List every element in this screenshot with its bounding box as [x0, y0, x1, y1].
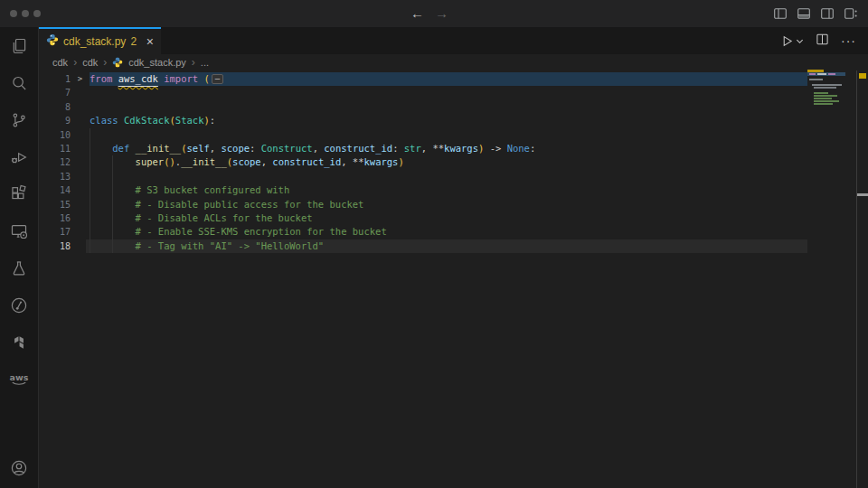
breadcrumb-separator: › [73, 56, 77, 69]
extensions-icon[interactable] [0, 175, 38, 212]
code-line-7[interactable]: 7 [39, 86, 807, 99]
line-number: 14 [39, 183, 71, 197]
line-number: 1 [39, 72, 71, 86]
line-number: 12 [39, 155, 71, 169]
search-icon[interactable] [0, 64, 38, 101]
code-line-14[interactable]: 14 # S3 bucket configured with [39, 183, 807, 197]
overview-ruler[interactable] [856, 70, 868, 488]
code-text: # S3 bucket configured with [90, 183, 289, 197]
breadcrumb-separator: › [103, 56, 107, 69]
code-text: # - Disable public access for the bucket [90, 198, 363, 211]
code-text: # - Tag with "AI" -> "HelloWorld" [90, 239, 324, 253]
code-line-15[interactable]: 15 # - Disable public access for the buc… [39, 198, 807, 211]
fold-chevron-icon[interactable]: > [71, 72, 90, 86]
fold-gutter [71, 86, 90, 99]
fold-gutter [71, 225, 90, 239]
fold-gutter [71, 142, 90, 155]
fold-gutter [71, 211, 90, 225]
vscode-window: ← → [0, 0, 868, 488]
ruler-warning-marker [859, 73, 866, 79]
tab-problems-badge: 2 [130, 35, 137, 48]
code-line-1[interactable]: 1>from aws_cdk import (– [39, 72, 807, 86]
code-line-10[interactable]: 10 [39, 128, 807, 142]
breadcrumb-item-file[interactable]: cdk_stack.py [128, 57, 186, 68]
aws-toolkit-icon[interactable]: aws [0, 361, 38, 398]
explorer-icon[interactable] [0, 27, 38, 64]
svg-text:aws: aws [10, 371, 29, 381]
more-actions-icon[interactable]: ··· [841, 33, 856, 48]
line-number: 8 [39, 100, 71, 114]
fold-gutter [71, 183, 90, 197]
chevron-down-icon [796, 37, 804, 45]
tab-label: cdk_stack.py [63, 35, 126, 48]
fold-gutter [71, 239, 90, 253]
run-and-debug-icon[interactable] [0, 138, 38, 175]
window-control-dot[interactable] [33, 10, 41, 17]
source-control-icon[interactable] [0, 101, 38, 138]
git-graph-circle-icon[interactable] [0, 286, 38, 324]
code-lines: 1>from aws_cdk import (–789class CdkStac… [39, 72, 807, 253]
line-number: 17 [39, 225, 71, 239]
code-editor[interactable]: 1>from aws_cdk import (–789class CdkStac… [39, 70, 807, 488]
python-file-icon [112, 57, 123, 68]
titlebar: ← → [0, 0, 868, 27]
tab-cdk-stack[interactable]: cdk_stack.py 2 × [39, 27, 161, 54]
line-number: 13 [39, 170, 71, 183]
minimap[interactable] [807, 69, 856, 123]
code-text: from aws_cdk import (– [90, 72, 223, 86]
line-number: 7 [39, 86, 71, 99]
code-line-8[interactable]: 8 [39, 100, 807, 114]
breadcrumb-separator: › [192, 56, 195, 69]
tab-bar: cdk_stack.py 2 × ··· [39, 27, 868, 54]
code-line-12[interactable]: 12 super().__init__(scope, construct_id,… [39, 155, 807, 169]
fold-gutter [71, 170, 90, 183]
code-line-17[interactable]: 17 # - Enable SSE-KMS encryption for the… [39, 225, 807, 239]
customize-layout-icon[interactable] [844, 6, 858, 21]
ruler-cursor-marker [857, 193, 868, 196]
code-line-16[interactable]: 16 # - Disable ACLs for the bucket [39, 211, 807, 225]
fold-gutter [71, 198, 90, 211]
editor-actions: ··· [780, 27, 868, 54]
toggle-sidebar-left-icon[interactable] [773, 6, 788, 21]
fold-gutter [71, 114, 90, 127]
toggle-sidebar-right-icon[interactable] [820, 6, 835, 21]
breadcrumb-item[interactable]: cdk [82, 57, 98, 68]
window-controls [10, 10, 41, 17]
breadcrumb-item[interactable]: cdk [52, 57, 68, 68]
account-icon[interactable] [0, 449, 38, 486]
folded-region-badge[interactable]: – [212, 74, 223, 84]
code-line-18[interactable]: 18 # - Tag with "AI" -> "HelloWorld" [39, 239, 807, 253]
indent-guide [112, 170, 113, 183]
nav-back-icon[interactable]: ← [410, 3, 424, 24]
activity-bar: aws [0, 27, 39, 488]
fold-gutter [71, 155, 90, 169]
code-line-9[interactable]: 9class CdkStack(Stack): [39, 114, 807, 127]
run-python-file-button[interactable] [780, 34, 804, 48]
terraform-icon[interactable] [0, 324, 38, 361]
window-control-dot[interactable] [10, 10, 17, 17]
line-number: 15 [39, 198, 71, 211]
code-text: super().__init__(scope, construct_id, **… [90, 155, 404, 169]
split-editor-icon[interactable] [816, 33, 829, 50]
tab-close-icon[interactable]: × [146, 35, 154, 48]
remote-explorer-icon[interactable] [0, 212, 38, 249]
code-line-13[interactable]: 13 [39, 170, 807, 183]
toggle-panel-bottom-icon[interactable] [797, 6, 811, 21]
breadcrumb-item-symbol[interactable]: ... [201, 57, 209, 68]
window-control-dot[interactable] [22, 10, 29, 17]
python-file-icon [46, 33, 59, 50]
line-number: 9 [39, 114, 71, 127]
nav-forward-icon[interactable]: → [435, 3, 448, 24]
breadcrumb: cdk › cdk › cdk_stack.py › ... [39, 54, 868, 70]
code-text: # - Enable SSE-KMS encryption for the bu… [90, 225, 387, 239]
history-nav: ← → [410, 3, 448, 24]
fold-gutter [71, 100, 90, 114]
code-line-11[interactable]: 11 def __init__(self, scope: Construct, … [39, 142, 807, 155]
code-text: def __init__(self, scope: Construct, con… [90, 142, 535, 155]
code-text: # - Disable ACLs for the bucket [90, 211, 313, 225]
warning-underlined-token: aws_cdk [118, 73, 158, 84]
testing-beaker-icon[interactable] [0, 249, 38, 286]
line-number: 18 [39, 239, 71, 253]
fold-gutter [71, 128, 90, 142]
code-text: class CdkStack(Stack): [90, 114, 215, 127]
